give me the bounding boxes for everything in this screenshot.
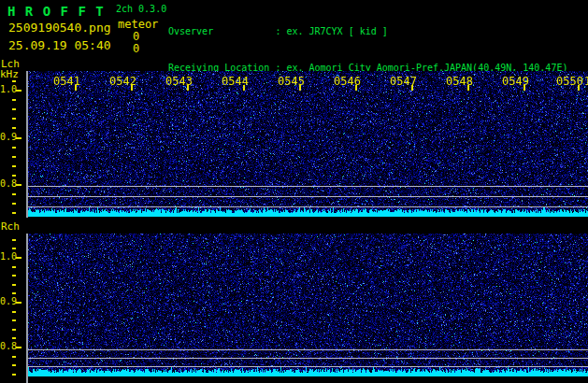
freq-minor-tick [12, 311, 16, 313]
freq-minor-tick [12, 193, 16, 195]
freq-minor-tick [12, 248, 16, 249]
freq-major-tick [16, 347, 22, 348]
observer-line: Ovserver : ex. JR7CYX [ kid ] [168, 25, 588, 37]
freq-minor-tick [12, 147, 16, 149]
freq-tick-label: 0.8 [0, 341, 17, 351]
unit-label-khz: kHz [0, 68, 19, 80]
meteor-count-1: 0 [133, 30, 139, 43]
panel-rch [26, 234, 588, 383]
hrofft-screen: H R O F F T 2ch 0.3.0 2509190540.png met… [0, 0, 588, 383]
panel-label-lch: Lch [1, 58, 20, 70]
freq-minor-tick [12, 127, 16, 129]
freq-minor-tick [12, 175, 16, 177]
freq-minor-tick [12, 99, 16, 101]
freq-minor-tick [12, 364, 16, 366]
freq-minor-tick [12, 319, 16, 321]
freq-tick-label: 0.9 [0, 296, 17, 306]
freq-minor-tick [12, 118, 16, 120]
freq-minor-tick [12, 292, 16, 294]
freq-minor-tick [12, 165, 16, 167]
freq-minor-tick [12, 108, 16, 110]
freq-major-tick [16, 90, 22, 92]
freq-minor-tick [12, 203, 16, 205]
freq-tick-label: 1.0 [0, 84, 17, 94]
freq-tick-label: 0.8 [0, 178, 17, 189]
freq-major-tick [16, 257, 22, 259]
file-name-label: 2509190540.png [8, 21, 111, 35]
spectrogram-canvas-lch [28, 71, 588, 218]
version-label: 2ch 0.3.0 [116, 4, 166, 14]
freq-minor-tick [12, 329, 16, 331]
freq-minor-tick [12, 239, 16, 241]
freq-minor-tick [12, 337, 16, 339]
freq-major-tick [16, 137, 22, 139]
freq-minor-tick [12, 284, 16, 286]
datetime-label: 25.09.19 05:40 [8, 38, 111, 52]
freq-major-tick [16, 302, 22, 304]
freq-minor-tick [12, 266, 16, 268]
panel-lch: 0541054205430544054505460547054805490550… [26, 71, 588, 218]
spectrogram-canvas-rch [28, 234, 588, 383]
mode-label: meteor [118, 18, 158, 31]
freq-tick-label: 0.9 [0, 132, 17, 142]
freq-major-tick [16, 184, 22, 186]
meteor-count-2: 0 [133, 42, 139, 55]
freq-minor-tick [12, 156, 16, 158]
panel-label-rch: Rch [1, 220, 20, 233]
freq-minor-tick [12, 275, 16, 277]
freq-minor-tick [12, 374, 16, 376]
freq-minor-tick [12, 212, 16, 214]
app-logo: H R O F F T [7, 4, 105, 19]
freq-tick-label: 1.0 [0, 251, 17, 262]
freq-minor-tick [12, 80, 16, 82]
freq-minor-tick [12, 356, 16, 358]
